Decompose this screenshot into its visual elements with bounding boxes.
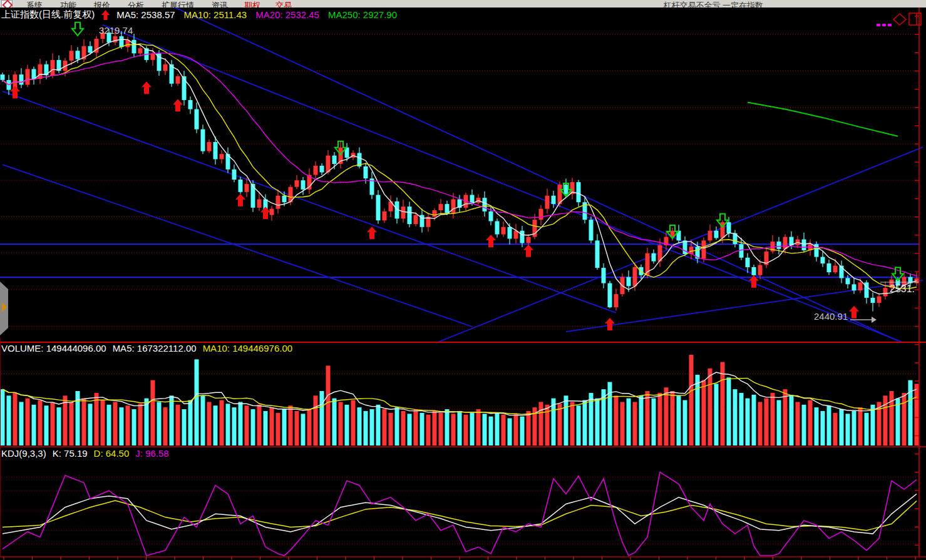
more-dots-icon[interactable] [877,24,892,26]
panel-expand-tab[interactable] [0,282,8,335]
chart-canvas[interactable] [0,0,926,560]
expand-arrow-icon [2,302,7,312]
trading-app-window: 系统功能报价分析扩展行情资讯 期权交易 杠杆交易不全亏 一定在指数 上证指数(日… [0,0,926,560]
